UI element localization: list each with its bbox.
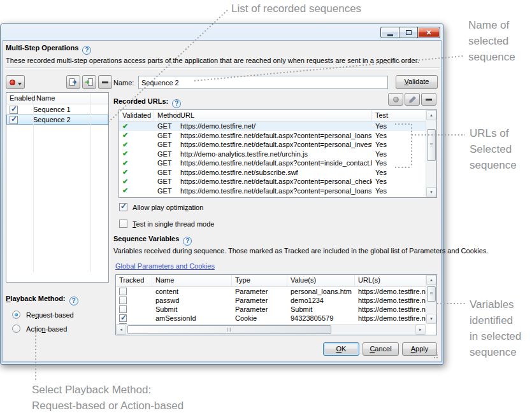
help-icon[interactable] xyxy=(172,99,181,108)
close-button[interactable] xyxy=(418,27,440,38)
column-header-validated[interactable]: Validated xyxy=(119,110,154,121)
column-header-name[interactable]: Name xyxy=(33,93,90,104)
single-thread-option[interactable]: Test in single thread mode xyxy=(119,220,214,228)
annotation-list-of-sequences: List of recorded sequences xyxy=(231,1,361,17)
url-row[interactable]: GEThttps://demo.testfire.net/default.asp… xyxy=(119,186,426,196)
tracked-checkbox[interactable] xyxy=(119,305,127,313)
sequence-list-header: Enabled Name xyxy=(6,93,108,104)
sequence-variables-table: Tracked Name Type Value(s) URL(s) conten… xyxy=(115,274,437,335)
minimize-button[interactable] xyxy=(380,27,399,38)
action-based-radio[interactable] xyxy=(12,325,20,333)
separator xyxy=(6,67,440,69)
variables-horizontal-scrollbar[interactable]: ◄ ► xyxy=(116,324,426,335)
url-row[interactable]: GEThttps://demo.testfire.net/default.asp… xyxy=(119,177,426,186)
dialog-client-area: Multi-Step Operations These recorded mul… xyxy=(3,40,442,362)
scroll-down-icon[interactable]: ▼ xyxy=(426,187,436,197)
export-sequence-button[interactable] xyxy=(66,75,80,89)
import-icon xyxy=(85,78,94,87)
variable-row[interactable]: amSessionIdCookie94323805579https://demo… xyxy=(116,314,426,323)
request-based-radio[interactable] xyxy=(12,311,20,319)
record-sequence-button[interactable] xyxy=(6,75,25,89)
allow-play-optimization-option[interactable]: Allow play optimization xyxy=(119,203,203,211)
variables-table-header: Tracked Name Type Value(s) URL(s) xyxy=(116,275,426,287)
global-parameters-cookies-link[interactable]: Global Parameters and Cookies xyxy=(115,262,215,270)
variable-row[interactable]: passwdParameterdemo1234https://demo.test… xyxy=(116,296,426,305)
remove-sequence-button[interactable] xyxy=(98,75,112,89)
validated-check-icon xyxy=(122,122,128,130)
chevron-down-icon xyxy=(18,83,22,85)
enabled-checkbox[interactable] xyxy=(10,116,18,124)
annotation-variables-identified: Variables identified in selected sequenc… xyxy=(470,297,521,360)
sequence-row-selected[interactable]: Sequence 2 xyxy=(6,115,108,125)
validated-check-icon xyxy=(122,186,128,194)
url-row[interactable]: GEThttp://demo-analytics.testfire.net/ur… xyxy=(119,150,426,159)
column-header-type[interactable]: Type xyxy=(232,275,287,286)
import-sequence-button[interactable] xyxy=(82,75,96,89)
column-header-url[interactable]: URL xyxy=(177,110,372,121)
variables-vertical-scrollbar[interactable]: ▲ ▼ xyxy=(426,275,436,324)
column-header-test[interactable]: Test xyxy=(372,110,426,121)
scroll-down-icon[interactable]: ▼ xyxy=(426,314,436,324)
sequence-name: Sequence 1 xyxy=(33,106,71,113)
validated-check-icon xyxy=(122,196,128,197)
recorded-urls-table: Validated Method URL Test GEThttps://dem… xyxy=(119,109,437,198)
validated-check-icon xyxy=(122,159,128,167)
dialog-heading-text: Multi-Step Operations xyxy=(6,44,78,52)
scrollbar-thumb[interactable] xyxy=(127,325,331,334)
scroll-left-icon[interactable]: ◄ xyxy=(116,325,126,335)
url-row[interactable]: GEThttps://demo.testfire.net/default.asp… xyxy=(119,195,426,197)
url-row[interactable]: GEThttps://demo.testfire.net/default.asp… xyxy=(119,140,426,150)
url-row[interactable]: GEThttps://demo.testfire.net/subscribe.s… xyxy=(119,168,426,178)
single-thread-checkbox[interactable] xyxy=(119,220,127,228)
column-header-urls[interactable]: URL(s) xyxy=(355,275,426,286)
remove-url-button[interactable] xyxy=(421,93,436,106)
sequence-row[interactable]: Sequence 1 xyxy=(6,104,108,115)
validated-check-icon xyxy=(122,168,128,176)
pencil-icon xyxy=(408,95,417,104)
variable-row[interactable]: contentParameterpersonal_loans.htmhttps:… xyxy=(116,287,426,296)
scroll-up-icon[interactable]: ▲ xyxy=(426,110,436,120)
name-label: Name: xyxy=(113,79,134,87)
url-row-selected[interactable]: GEThttps://demo.testfire.net/Yes xyxy=(119,122,426,131)
url-row[interactable]: GEThttps://demo.testfire.net/default.asp… xyxy=(119,131,426,141)
dialog-heading: Multi-Step Operations xyxy=(6,44,91,55)
sequence-name-input[interactable] xyxy=(138,76,388,89)
urls-vertical-scrollbar[interactable]: ▲ ▼ xyxy=(426,110,436,197)
url-row[interactable]: GEThttps://demo.testfire.net/default.asp… xyxy=(119,158,426,168)
scroll-up-icon[interactable]: ▲ xyxy=(426,275,436,285)
apply-button[interactable]: Apply xyxy=(402,342,437,356)
enabled-checkbox[interactable] xyxy=(10,106,18,114)
column-header-values[interactable]: Value(s) xyxy=(287,275,355,286)
record-icon xyxy=(10,80,15,85)
ok-button[interactable]: OK xyxy=(323,342,359,356)
minimize-icon xyxy=(387,34,393,36)
help-icon[interactable] xyxy=(82,46,91,55)
variable-row[interactable]: SubmitParameterSubmithttps://demo.testfi… xyxy=(116,305,426,314)
scrollbar-thumb[interactable] xyxy=(427,286,436,302)
scrollbar-thumb[interactable] xyxy=(427,129,436,161)
tracked-checkbox[interactable] xyxy=(119,297,127,304)
tracked-checkbox[interactable] xyxy=(119,314,127,322)
action-based-option[interactable]: Action-based xyxy=(12,325,67,333)
scroll-right-icon[interactable]: ► xyxy=(415,325,426,335)
sequence-list: Enabled Name Sequence 1 Sequence 2 xyxy=(6,92,109,283)
tracked-checkbox[interactable] xyxy=(119,288,127,295)
validated-check-icon xyxy=(122,150,128,157)
record-url-button-disabled[interactable] xyxy=(388,93,403,106)
validated-check-icon xyxy=(122,131,128,139)
maximize-button[interactable] xyxy=(399,27,418,38)
allow-play-optimization-checkbox[interactable] xyxy=(119,203,127,211)
cancel-button[interactable]: Cancel xyxy=(363,342,399,356)
edit-url-button[interactable] xyxy=(405,93,420,106)
column-header-method[interactable]: Method xyxy=(154,110,177,121)
request-based-option[interactable]: Request-based xyxy=(12,311,74,319)
validate-button[interactable]: Validate xyxy=(396,75,438,89)
help-icon[interactable] xyxy=(69,297,78,305)
column-header-enabled[interactable]: Enabled xyxy=(6,93,33,104)
sequence-name: Sequence 2 xyxy=(33,116,71,123)
help-icon[interactable] xyxy=(183,237,192,246)
column-header-tracked[interactable]: Tracked xyxy=(116,275,152,286)
column-header-name[interactable]: Name xyxy=(152,275,232,286)
column-divider xyxy=(33,104,34,272)
annotation-name-of-sequence: Name of selected sequence xyxy=(468,17,515,65)
